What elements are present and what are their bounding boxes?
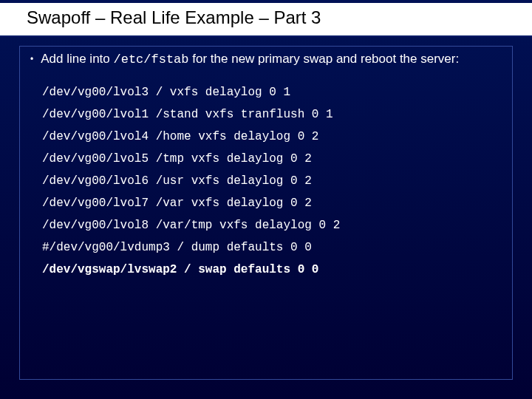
bullet-pre: Add line into xyxy=(41,52,113,66)
fstab-line: /dev/vg00/lvol4 /home vxfs delaylog 0 2 xyxy=(42,126,502,148)
fstab-line: /dev/vg00/lvol8 /var/tmp vxfs delaylog 0… xyxy=(42,214,502,236)
bullet-dot-icon: • xyxy=(30,51,33,67)
fstab-line: #/dev/vg00/lvdump3 / dump defaults 0 0 xyxy=(42,236,502,259)
slide: Swapoff – Real Life Example – Part 3 • A… xyxy=(0,0,532,399)
fstab-line: /dev/vg00/lvol6 /usr vxfs delaylog 0 2 xyxy=(42,170,502,192)
bullet-text: Add line into /etc/fstab for the new pri… xyxy=(41,51,459,68)
bullet-code: /etc/fstab xyxy=(114,52,189,66)
bullet-post: for the new primary swap and reboot the … xyxy=(189,52,460,66)
fstab-line: /dev/vg00/lvol7 /var vxfs delaylog 0 2 xyxy=(42,192,502,214)
fstab-block: /dev/vg00/lvol3 / vxfs delaylog 0 1 /dev… xyxy=(42,81,502,281)
fstab-line: /dev/vg00/lvol3 / vxfs delaylog 0 1 xyxy=(42,81,502,103)
fstab-line: /dev/vg00/lvol1 /stand vxfs tranflush 0 … xyxy=(42,103,502,126)
fstab-line-new: /dev/vgswap/lvswap2 / swap defaults 0 0 xyxy=(42,259,502,281)
slide-title: Swapoff – Real Life Example – Part 3 xyxy=(0,3,532,37)
content-box: • Add line into /etc/fstab for the new p… xyxy=(19,46,513,380)
title-wrap: Swapoff – Real Life Example – Part 3 xyxy=(0,0,532,37)
bullet-item: • Add line into /etc/fstab for the new p… xyxy=(30,51,502,68)
fstab-line: /dev/vg00/lvol5 /tmp vxfs delaylog 0 2 xyxy=(42,148,502,170)
